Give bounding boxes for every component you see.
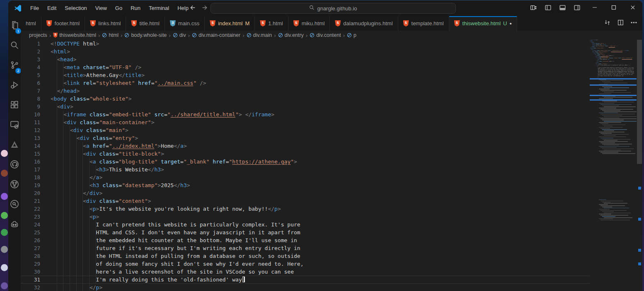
forward-button[interactable] <box>201 4 210 13</box>
menu-item-terminal[interactable]: Terminal <box>145 3 173 14</box>
tab-title.html[interactable]: 5title.html <box>126 16 165 31</box>
code-line[interactable]: 5<title>Athene.Gay</title> <box>21 71 590 79</box>
code-line[interactable]: 20</div> <box>21 189 590 197</box>
code-line[interactable]: 4<meta charset="UTF-8" /> <box>21 63 590 71</box>
code-line[interactable]: 13<div class="entry"> <box>21 134 590 142</box>
code-line[interactable]: 8<body class="whole-site"> <box>21 95 590 103</box>
tab-1.html[interactable]: 51.html <box>255 16 288 31</box>
code-line[interactable]: 25HTML and CSS. I don't even have any ja… <box>21 228 590 236</box>
code-line[interactable]: 24I can't pretend this website is partic… <box>21 221 590 228</box>
activity-item-extensions[interactable] <box>9 100 20 120</box>
activity-item-github[interactable] <box>9 160 20 180</box>
code-line[interactable]: 21<div class="content"> <box>21 197 590 205</box>
breadcrumb-item-projects[interactable]: projects <box>29 32 47 38</box>
tab-main.css[interactable]: 3main.css <box>165 16 205 31</box>
code-line[interactable]: 27future if it's necessary but I'm writi… <box>21 244 590 252</box>
menu-item-edit[interactable]: Edit <box>43 3 61 14</box>
code-line[interactable]: 28the HTML instead of pulling from a dat… <box>21 252 590 260</box>
code-text: <meta charset="UTF-8" /> <box>51 63 141 71</box>
activity-item-source-control[interactable]: 2 <box>9 60 20 80</box>
activity-item-remote-explorer[interactable] <box>9 120 20 140</box>
minimize-button[interactable] <box>585 0 604 16</box>
minimap-filler <box>604 116 637 117</box>
close-button[interactable] <box>623 0 642 16</box>
menu-item-view[interactable]: View <box>91 3 111 14</box>
code-line[interactable]: 18</a> <box>21 173 590 181</box>
breadcrumb-item-html[interactable]: html <box>102 32 119 38</box>
minimap-filler <box>599 84 608 85</box>
breadcrumb-item-p[interactable]: p <box>347 32 356 38</box>
minimap-filler <box>602 144 632 144</box>
code-line[interactable]: 10<iframe class="embed-title" src="../sh… <box>21 111 590 118</box>
scrollbar-thumb[interactable] <box>637 40 642 164</box>
code-line[interactable]: 3<head> <box>21 55 590 63</box>
activity-item-run-debug[interactable] <box>9 80 20 100</box>
code-line[interactable]: 30here's a live screenshot of the site i… <box>21 268 590 276</box>
code-editor[interactable]: 1<!DOCTYPE html>2<html>3<head>4<meta cha… <box>21 40 642 291</box>
code-line[interactable]: 15<div class="title-block"> <box>21 150 590 158</box>
maximize-button[interactable] <box>604 0 623 16</box>
minimap-filler <box>599 94 611 94</box>
breadcrumb-item-div.entry[interactable]: div.entry <box>278 32 304 38</box>
code-line[interactable]: 14<a href="../index.html">Home</a> <box>21 142 590 150</box>
code-line[interactable]: 11<div class="main-container"> <box>21 118 590 126</box>
code-line[interactable]: 31I'm really doing this the 'old-fashion… <box>21 276 590 284</box>
code-line[interactable]: 26the embedded hit counter at the bottom… <box>21 236 590 244</box>
toggle-sidebar-left-button[interactable] <box>544 4 552 12</box>
activity-item-godot[interactable] <box>9 219 20 239</box>
split-editor-button[interactable] <box>617 20 624 27</box>
more-actions-button[interactable] <box>630 20 637 27</box>
activity-item-triangle-a[interactable] <box>9 140 20 160</box>
tab-miku.html[interactable]: 5miku.html <box>288 16 330 31</box>
activity-item-gitlens[interactable] <box>9 200 20 219</box>
code-line[interactable]: 16<a class="blog-title" target="_blank" … <box>21 158 590 166</box>
code-line[interactable]: 9<div> <box>21 103 590 111</box>
breadcrumb-item-thiswebsite.html[interactable]: 5thiswebsite.html <box>53 32 96 38</box>
minimap[interactable]: <!DOCTYPE html><html> <head> <meta chars… <box>590 40 637 291</box>
back-button[interactable] <box>187 4 196 13</box>
tab-html[interactable]: html <box>21 16 41 31</box>
menu-item-file[interactable]: File <box>26 3 43 14</box>
breadcrumb-item-div[interactable]: div <box>173 32 186 38</box>
code-line[interactable]: 2<html> <box>21 48 590 55</box>
code-line[interactable]: 12<div class="main"> <box>21 126 590 134</box>
line-number: 8 <box>21 95 51 103</box>
breadcrumb-label: div.content <box>316 32 341 38</box>
command-center[interactable]: gnargle.github.io <box>211 3 456 14</box>
code-line[interactable]: 7</head> <box>21 87 590 95</box>
tab-template.html[interactable]: 5template.html <box>398 16 449 31</box>
open-changes-button[interactable] <box>603 20 611 27</box>
code-line[interactable]: 1<!DOCTYPE html> <box>21 40 590 48</box>
breadcrumb-item-body.whole-site[interactable]: body.whole-site <box>124 32 167 38</box>
tab-index.html[interactable]: 5index.htmlM <box>205 16 255 31</box>
breadcrumb-item-div.main[interactable]: div.main <box>247 32 272 38</box>
code-line[interactable]: 29of doing some fancy shit I don't see w… <box>21 260 590 268</box>
tab-links.html[interactable]: 5links.html <box>85 16 126 31</box>
activity-item-git-graph[interactable] <box>9 180 20 200</box>
unsaved-dot[interactable]: ● <box>509 22 511 26</box>
more-actions-icon <box>630 19 637 28</box>
minimap-filler <box>599 204 608 205</box>
toggle-panel-icon <box>559 4 566 13</box>
code-line[interactable]: 19<h3 class="datestamp">2025</h3> <box>21 181 590 189</box>
code-line[interactable]: 22<p>It's the website you're looking at … <box>21 205 590 213</box>
code-line[interactable]: 32</p> <box>21 284 590 291</box>
menu-item-run[interactable]: Run <box>126 3 145 14</box>
breadcrumb-item-div.main-container[interactable]: div.main-container <box>192 32 240 38</box>
vertical-scrollbar[interactable] <box>637 40 642 291</box>
menu-item-selection[interactable]: Selection <box>61 3 91 14</box>
tab-dalamudplugins.html[interactable]: 5dalamudplugins.html <box>330 16 398 31</box>
code-line[interactable]: 23<p> <box>21 213 590 221</box>
breadcrumb-item-div.content[interactable]: div.content <box>310 32 341 38</box>
menu-item-go[interactable]: Go <box>111 3 126 14</box>
customize-layout-button[interactable] <box>529 4 537 12</box>
activity-item-search[interactable] <box>9 41 20 60</box>
activity-item-explorer[interactable]: 1 <box>9 21 20 41</box>
tab-thiswebsite.html[interactable]: 5thiswebsite.htmlU● <box>449 16 517 31</box>
toggle-panel-button[interactable] <box>558 4 567 12</box>
tab-footer.html[interactable]: 5footer.html <box>41 16 85 31</box>
code-line[interactable]: 6<link rel="stylesheet" href="../main.cs… <box>21 79 590 87</box>
toggle-sidebar-right-button[interactable] <box>573 4 581 12</box>
code-line[interactable]: 17<h3>This Website</h3> <box>21 166 590 173</box>
line-number: 2 <box>21 48 51 55</box>
